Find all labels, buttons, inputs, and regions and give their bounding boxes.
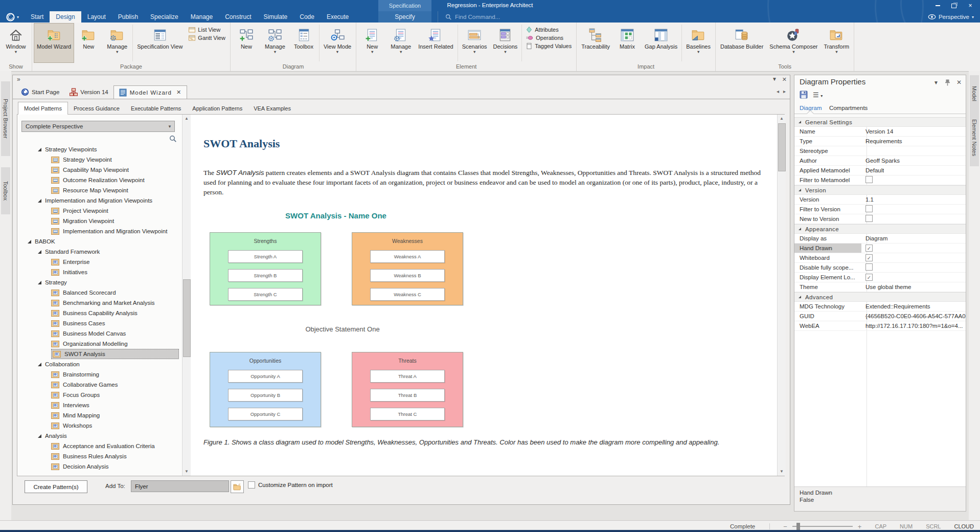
property-row[interactable]: AuthorGeoff Sparks — [794, 156, 966, 166]
tree-item[interactable]: Interviews — [17, 400, 182, 410]
tree-item[interactable]: Business Rules Analysis — [17, 451, 182, 461]
tree-item[interactable]: Implementation and Migration Viewpoint — [17, 226, 182, 236]
scroll-down-icon[interactable]: ▼ — [183, 468, 191, 476]
tree-item[interactable]: Strategy — [17, 277, 182, 287]
tree-item[interactable]: Decision Analysis — [17, 461, 182, 472]
window-button[interactable]: Window ▼ — [2, 23, 30, 63]
class-box[interactable]: Threat B — [370, 389, 445, 402]
tree-item[interactable]: Standard Framework — [17, 247, 182, 257]
scroll-up-icon[interactable]: ▲ — [778, 115, 786, 123]
save-icon[interactable] — [800, 91, 808, 99]
checkbox-checked[interactable] — [865, 245, 873, 252]
decisions-button[interactable]: Decisions ▼ — [490, 23, 521, 63]
tree-item[interactable]: Business Capability Analysis — [17, 308, 182, 318]
class-box[interactable]: Strength A — [228, 250, 303, 263]
expander-icon[interactable] — [38, 281, 41, 284]
attributes-button[interactable]: Attributes — [526, 27, 572, 33]
tree-item[interactable]: BABOK — [17, 236, 182, 247]
checkbox[interactable] — [865, 205, 873, 212]
expander-icon[interactable] — [38, 363, 41, 366]
tree-item[interactable]: Analysis — [17, 431, 182, 441]
ribbon-tab-simulate[interactable]: Simulate — [258, 11, 294, 23]
menu-icon[interactable]: ☰ ▾ — [813, 91, 823, 99]
pin-icon[interactable] — [945, 79, 950, 86]
browse-folder-button[interactable] — [231, 480, 244, 493]
property-row[interactable]: WebEAhttp://172.16.17.170:180?m=1&o=4... — [794, 321, 966, 331]
schema-composer-button[interactable]: Schema Composer ▼ — [766, 23, 821, 63]
scenarios-button[interactable]: Scenarios ▼ — [459, 23, 490, 63]
property-row[interactable]: Filter to Version — [794, 205, 966, 214]
perspective-select[interactable]: Complete Perspective ▼ — [21, 121, 175, 132]
checkbox-checked[interactable] — [865, 274, 873, 281]
section-advanced[interactable]: Advanced — [794, 292, 966, 302]
diagram-manage-button[interactable]: Manage ▼ — [261, 23, 289, 63]
tree-item[interactable]: Implementation and Migration Viewpoints — [17, 195, 182, 206]
package-new-button[interactable]: New — [74, 23, 103, 63]
gap-analysis-button[interactable]: Gap Analysis — [642, 23, 680, 63]
property-row[interactable]: GUID{4656B520-C0E0-4606-A54C-577AA0... — [794, 312, 966, 321]
tab-compartments[interactable]: Compartments — [829, 105, 868, 111]
class-box[interactable]: Opportunity B — [228, 389, 303, 402]
tree-item[interactable]: Benchmarking and Market Analysis — [17, 298, 182, 308]
list-view-button[interactable]: List View — [189, 27, 225, 33]
quadrant-weaknesses[interactable]: Weaknesses Weakness A Weakness B Weaknes… — [352, 232, 463, 305]
class-box[interactable]: Weakness A — [370, 250, 445, 263]
tree-item[interactable]: Collaborative Games — [17, 380, 182, 390]
quadrant-threats[interactable]: Threats Threat A Threat B Threat C — [352, 352, 463, 427]
property-row[interactable]: Display asDiagram — [794, 234, 966, 243]
tagged-values-button[interactable]: Tagged Values — [526, 43, 572, 49]
zoom-slider-thumb[interactable] — [796, 523, 800, 530]
tree-item[interactable]: Initiatives — [17, 267, 182, 277]
toolbox-button[interactable]: Toolbox — [289, 23, 318, 63]
property-row[interactable]: Disable fully scope... — [794, 263, 966, 273]
property-row[interactable]: Display Element Lo... — [794, 273, 966, 282]
tree-item[interactable]: Strategy Viewpoint — [17, 154, 182, 165]
diagram-new-button[interactable]: New — [232, 23, 261, 63]
tree-item-selected[interactable]: SWOT Analysis — [17, 349, 182, 359]
tree-item[interactable]: Organizational Modelling — [17, 339, 182, 349]
add-to-input[interactable]: Flyer — [131, 480, 229, 492]
dock-tab-project-browser[interactable]: Project Browser — [1, 81, 10, 156]
expander-icon[interactable] — [38, 199, 41, 203]
tree-item[interactable]: Business Model Canvas — [17, 328, 182, 339]
status-mode[interactable]: Complete — [730, 523, 755, 529]
ribbon-tab-design[interactable]: Design — [50, 11, 81, 23]
tree-scrollbar[interactable]: ▲ ▼ — [182, 115, 191, 476]
tab-application-patterns[interactable]: Application Patterns — [187, 102, 248, 115]
close-tab-icon[interactable]: ✕ — [176, 89, 181, 96]
property-row[interactable]: Stereotype — [794, 146, 966, 156]
tree-item[interactable]: Focus Groups — [17, 390, 182, 400]
num-lock-indicator[interactable]: NUM — [900, 523, 913, 529]
property-row[interactable]: Filter to Metamodel — [794, 175, 966, 185]
zoom-out-button[interactable]: − — [783, 523, 787, 530]
tab-start-page[interactable]: Start Page — [16, 85, 64, 99]
tree-item[interactable]: Brainstorming — [17, 369, 182, 380]
create-patterns-button[interactable]: Create Pattern(s) — [25, 480, 87, 493]
specification-view-button[interactable]: Specification View — [134, 23, 186, 63]
scroll-left-icon[interactable]: ◂ — [777, 88, 779, 94]
chevron-down-icon[interactable]: ▼ — [933, 80, 939, 85]
document-scrollbar[interactable]: ▲ ▼ — [777, 115, 786, 476]
tree-item[interactable]: Balanced Scorecard — [17, 287, 182, 298]
ribbon-tab-construct[interactable]: Construct — [219, 11, 257, 23]
dock-tab-element-notes[interactable]: Element Notes — [970, 109, 979, 166]
section-general-settings[interactable]: General Settings — [794, 117, 966, 127]
property-row[interactable]: Version1.1 — [794, 195, 966, 205]
dock-tab-toolbox[interactable]: Toolbox — [1, 167, 10, 214]
ribbon-tab-specify[interactable]: Specify — [395, 13, 415, 20]
expander-icon[interactable] — [38, 148, 41, 151]
expander-icon[interactable] — [38, 434, 41, 438]
search-icon[interactable] — [169, 135, 177, 143]
tree-item[interactable]: Collaboration — [17, 359, 182, 369]
database-builder-button[interactable]: Database Builder — [717, 23, 766, 63]
ribbon-tab-execute[interactable]: Execute — [321, 11, 355, 23]
class-box[interactable]: Opportunity A — [228, 370, 303, 383]
ribbon-tab-code[interactable]: Code — [293, 11, 321, 23]
close-icon[interactable]: ✕ — [956, 79, 962, 86]
tab-model-patterns[interactable]: Model Patterns — [18, 102, 68, 115]
caps-lock-indicator[interactable]: CAP — [875, 523, 886, 529]
tree-item[interactable]: Acceptance and Evaluation Criteria — [17, 441, 182, 451]
scroll-right-icon[interactable]: ▸ — [783, 88, 786, 94]
tree-item[interactable]: Capability Map Viewpoint — [17, 165, 182, 175]
expander-icon[interactable] — [38, 250, 41, 254]
